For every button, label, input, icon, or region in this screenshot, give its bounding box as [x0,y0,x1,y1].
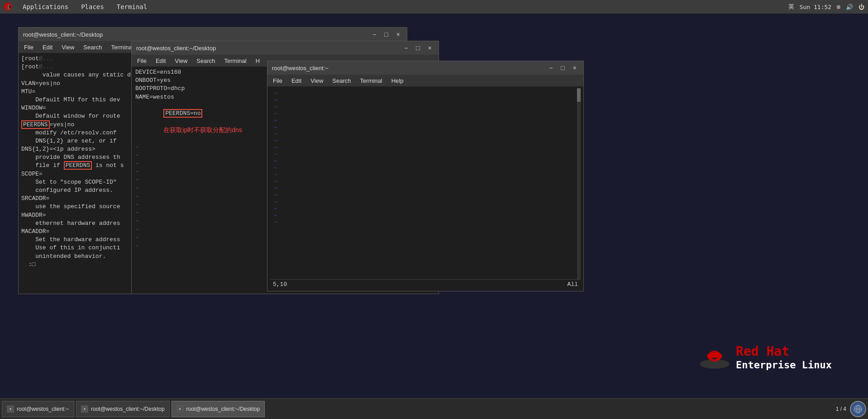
edit-menu-1[interactable]: Edit [41,43,54,52]
tilde-line: ~ [274,158,577,165]
edit-menu-2[interactable]: Edit [154,57,167,65]
language-indicator: 英 [788,3,794,11]
menubar-3: File Edit View Search Terminal Help [267,75,583,86]
vim-editor[interactable]: ~ ~ ~ ~ ~ ~ ~ ~ ~ ~ ~ ~ ~ ~ ~ [267,86,583,291]
close-btn-2[interactable]: × [426,43,434,52]
window1-title: root@westos_client:~/Desktop [23,31,103,38]
vim-editor-area[interactable]: ~ ~ ~ ~ ~ ~ ~ ~ ~ ~ ~ ~ ~ ~ ~ [270,88,581,279]
help-menu-3[interactable]: Help [390,76,405,85]
taskbar-label-2: root@westos_client:~/Desktop [91,406,165,412]
peerdns-boxed: PEERDNS=no [163,109,202,118]
tilde-line: ~ [274,205,577,212]
titlebar-3: root@westos_client:~ − □ × [267,61,583,75]
tilde-line: ~ [274,138,577,144]
help-menu-2[interactable]: H [254,57,262,65]
file-menu-2[interactable]: File [135,57,148,65]
volume-icon: 🔊 [846,4,853,10]
terminal-icon-2: ▪ [81,405,88,413]
window3-title: root@westos_client:~ [272,65,329,71]
terminal-icon-1: ▪ [7,405,14,413]
window3-controls: − □ × [547,63,579,72]
search-menu-1[interactable]: Search [81,43,104,52]
terminal-menu-3[interactable]: Terminal [358,76,384,85]
svg-text:🎩: 🎩 [6,4,13,10]
view-menu-1[interactable]: View [60,43,76,52]
taskbar-item-2[interactable]: ▪ root@westos_client:~/Desktop [76,401,170,417]
taskbar-item-3[interactable]: ▪ root@westos_client:~/Desktop [172,401,265,417]
world-clock-icon [850,401,866,417]
minimize-btn-3[interactable]: − [547,63,555,72]
tilde-line: ~ [274,144,577,151]
search-menu-2[interactable]: Search [195,57,217,65]
view-menu-2[interactable]: View [173,57,189,65]
tilde-line: ~ [274,165,577,171]
top-menubar: 🎩 Applications Places Terminal 英 Sun 11:… [0,0,868,14]
places-menu[interactable]: Places [78,2,107,11]
close-btn-3[interactable]: × [571,63,579,72]
minimize-btn-1[interactable]: − [370,30,378,39]
edit-menu-3[interactable]: Edit [290,76,303,85]
tilde-line: ~ [274,90,577,97]
scrollbar-thumb [577,88,581,102]
close-btn-1[interactable]: × [394,30,402,39]
vim-status-bar: 5,10 All [270,279,581,289]
tilde-line: ~ [274,199,577,205]
tilde-line: ~ [274,97,577,104]
tilde-line: ~ [274,185,577,192]
vim-scroll-pos: All [568,281,578,288]
taskbar: ▪ root@westos_client:~ ▪ root@westos_cli… [0,398,868,419]
window2-title: root@westos_client:~/Desktop [136,45,216,52]
tilde-line: ~ [274,117,577,124]
view-menu-3[interactable]: View [309,76,325,85]
tilde-line: ~ [274,124,577,131]
tilde-line: ~ [274,219,577,226]
network-icon: ⊞ [837,4,840,10]
maximize-btn-2[interactable]: □ [414,43,422,52]
peerdns-highlight: PEERDNS [21,120,50,129]
tilde-line: ~ [274,104,577,110]
tilde-line: ~ [274,131,577,138]
taskbar-label-3: root@westos_client:~/Desktop [186,406,260,412]
peerdns-highlight2: PEERDNS [64,161,92,170]
tilde-line: ~ [274,110,577,117]
clock: Sun 11:52 [800,4,831,10]
redhat-enterprise-logo: Red Hat Enterprise Linux [699,344,832,371]
tilde-line: ~ [274,212,577,219]
tilde-line: ~ [274,192,577,199]
annotation-text: 在获取ip时不获取分配的dns [163,126,242,133]
titlebar-2: root@westos_client:~/Desktop − □ × [132,41,439,55]
window1-controls: − □ × [370,30,402,39]
system-tray: 英 Sun 11:52 ⊞ 🔊 ⏻ [788,3,864,11]
terminal-icon-3: ▪ [176,405,184,413]
page-indicator: 1 / 4 [836,406,846,412]
taskbar-right: 1 / 4 [836,401,866,417]
vim-scrollbar[interactable] [577,88,581,279]
tilde-line: ~ [274,178,577,185]
search-menu-3[interactable]: Search [330,76,353,85]
vim-cursor-pos: 5,10 [273,281,287,288]
tilde-line: ~ [274,171,577,178]
applications-menu[interactable]: Applications [20,2,71,11]
maximize-btn-3[interactable]: □ [558,63,567,72]
taskbar-label-1: root@westos_client:~ [17,406,69,412]
terminal-menu-2[interactable]: Terminal [223,57,248,65]
tilde-line: ~ [274,151,577,158]
redhat-icon: 🎩 [4,2,13,11]
power-icon[interactable]: ⏻ [858,4,864,10]
minimize-btn-2[interactable]: − [402,43,410,52]
maximize-btn-1[interactable]: □ [382,30,390,39]
file-menu-1[interactable]: File [22,43,35,52]
desktop: Red Hat Enterprise Linux root@westos_cli… [0,14,868,398]
window2-controls: − □ × [402,43,434,52]
file-menu-3[interactable]: File [271,76,284,85]
terminal-window-3: root@westos_client:~ − □ × File Edit Vie… [267,61,584,291]
terminal-menu[interactable]: Terminal [114,2,150,11]
taskbar-item-1[interactable]: ▪ root@westos_client:~ [2,401,74,417]
titlebar-1: root@westos_client:~/Desktop − □ × [19,28,407,41]
